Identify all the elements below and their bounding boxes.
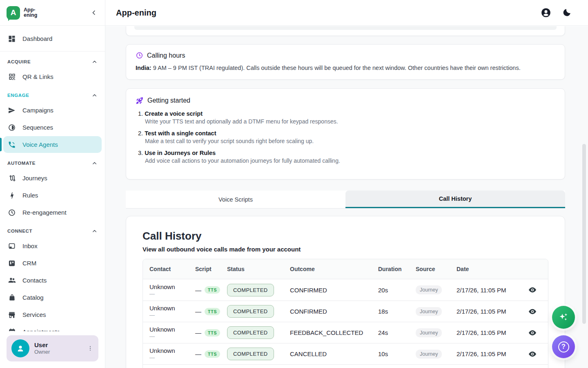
eye-icon [528,307,537,316]
cell-status: COMPLETED [227,348,290,360]
cell-date: 2/17/26, 11:05 PM [457,329,523,336]
cell-source: Journey [416,307,457,316]
table-row: Unknown — — TTS COMPLETED FEEDBACK_COLLE… [143,322,548,343]
inbox-chat-icon [7,242,16,251]
sidebar-collapse-button[interactable] [90,9,98,16]
col-status: Status [227,266,290,272]
sidebar-item-appointments[interactable]: Appointments [3,323,102,331]
cell-contact: Unknown — [149,283,195,297]
sidebar-item-services[interactable]: Services [3,306,102,323]
sidebar-header: A App- ening [0,0,105,26]
sidebar-item-label: Services [22,311,46,318]
section-label: ENGAGE [7,93,29,98]
cell-status: COMPLETED [227,326,290,339]
ai-assistant-button[interactable] [552,306,575,329]
chevron-up-icon [91,160,98,166]
view-call-button[interactable] [528,350,537,359]
status-badge: COMPLETED [227,284,274,296]
sidebar-item-voice-agents[interactable]: Voice Agents [3,136,102,153]
question-mark-icon: ? [558,341,569,352]
dots-vertical-icon [87,345,94,352]
sidebar-item-label: Dashboard [22,35,52,42]
phone-call-icon [7,140,16,149]
calendar-icon [7,328,16,332]
top-header: App-ening [105,0,588,26]
sidebar-item-label: Journeys [22,175,47,182]
tab-bar: Voice Scripts Call History [126,191,565,209]
tts-badge: TTS [205,329,220,337]
user-name: User [34,341,50,349]
dark-mode-toggle[interactable] [562,8,572,18]
sidebar-item-label: Rules [22,192,38,199]
sidebar-item-inbox[interactable]: Inbox [3,238,102,254]
table-row: Unknown — — TTS COMPLETED CONFIRMED 20s [143,279,548,301]
cell-source: Journey [416,350,457,359]
sidebar: A App- ening Dashboard ACQUIRE QR & Link… [0,0,105,368]
eye-icon [528,285,537,294]
status-badge: COMPLETED [227,326,274,339]
cell-duration: 24s [378,329,416,336]
eye-icon [528,350,537,359]
table-body: Unknown — — TTS COMPLETED CONFIRMED 20s [143,279,548,368]
user-meta: User Owner [34,341,50,356]
sidebar-item-contacts[interactable]: Contacts [3,272,102,289]
clock-icon [7,208,16,217]
kanban-board-icon [7,259,16,268]
tts-badge: TTS [205,286,220,294]
sidebar-item-sequences[interactable]: Sequences [3,119,102,136]
sidebar-section-acquire[interactable]: ACQUIRE [7,57,98,67]
active-indicator [0,138,2,151]
tab-voice-scripts[interactable]: Voice Scripts [126,191,345,208]
account-circle-button[interactable] [541,7,551,18]
call-history-subtitle: View all outbound voice calls made from … [143,246,548,253]
calling-hours-title: Calling hours [147,52,185,59]
dashboard-icon [7,34,16,43]
sidebar-item-dashboard[interactable]: Dashboard [3,30,102,47]
view-call-button[interactable] [528,307,537,316]
scrollbar-thumb[interactable] [582,144,586,324]
col-script: Script [195,266,227,272]
view-call-button[interactable] [528,328,537,337]
sidebar-item-reengagement[interactable]: Re-engagement [3,204,102,221]
getting-started-card: Getting started 1. Create a voice script… [126,88,565,180]
sidebar-item-qr-links[interactable]: QR & Links [3,68,102,85]
user-menu-button[interactable] [87,345,94,352]
chevron-left-icon [90,9,98,16]
sidebar-item-crm[interactable]: CRM [3,255,102,272]
sidebar-item-catalog[interactable]: Catalog [3,289,102,306]
sidebar-section-connect[interactable]: CONNECT [7,226,98,236]
tts-badge: TTS [205,308,220,315]
storefront-icon [7,310,16,319]
previous-card-inner [134,26,557,30]
sidebar-item-label: Appointments [22,328,60,331]
section-label: ACQUIRE [7,59,31,64]
step-description: Write your TTS text and optionally add a… [145,118,555,125]
user-card[interactable]: User Owner [7,335,98,361]
person-icon [15,343,26,354]
sidebar-item-label: Voice Agents [22,141,58,148]
step-description: Make a test call to verify your script s… [145,138,555,144]
getting-started-step: 3. Use in Journeys or Rules Add voice ca… [136,150,555,164]
cell-source: Journey [416,285,457,294]
sidebar-item-label: Inbox [22,242,38,249]
sidebar-item-journeys[interactable]: Journeys [3,170,102,186]
view-call-button[interactable] [528,285,537,294]
tab-call-history[interactable]: Call History [345,191,565,208]
sidebar-section-automate[interactable]: AUTOMATE [7,158,98,168]
cell-duration: 10s [378,350,416,357]
sidebar-item-campaigns[interactable]: Campaigns [3,102,102,119]
chevron-up-icon [91,92,98,99]
help-button[interactable]: ? [552,335,575,358]
cell-status: COMPLETED [227,284,290,296]
cell-script: — TTS [195,329,227,337]
send-icon [7,106,16,115]
calling-hours-text: India: 9 AM – 9 PM IST (TRAI regulated).… [136,65,555,71]
sidebar-item-rules[interactable]: Rules [3,187,102,204]
sidebar-item-label: QR & Links [22,73,53,80]
table-row: Unknown — — TTS COMPLETED CANCELLED 10s [143,343,548,364]
col-outcome: Outcome [290,266,378,272]
sidebar-section-engage[interactable]: ENGAGE [7,90,98,100]
col-contact: Contact [149,266,195,272]
step-title: Use in Journeys or Rules [145,150,216,156]
sidebar-item-label: CRM [22,260,36,267]
